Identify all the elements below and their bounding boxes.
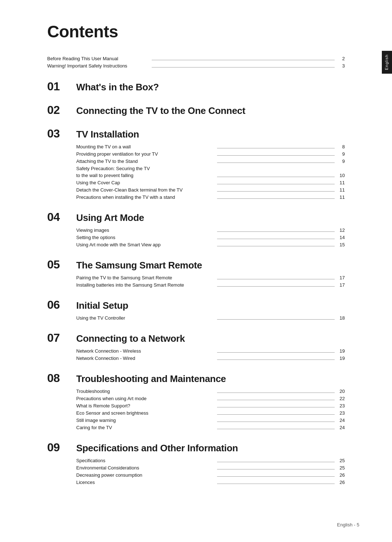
toc-label: Warning! Important Safety Instructions [47,63,149,69]
toc-dots [217,469,335,469]
section-items: Network Connection - Wireless19Network C… [76,348,345,361]
toc-page: 9 [338,151,345,157]
toc-dots [217,352,335,353]
toc-dots [217,279,335,279]
section-title: Initial Setup [76,300,128,311]
section-number: 08 [47,371,76,385]
toc-dots [217,286,335,287]
toc-page: 17 [338,275,345,280]
toc-label: Installing batteries into the Samsung Sm… [76,282,214,288]
toc-page: 11 [338,187,345,193]
toc-entry: Network Connection - Wireless19 [76,348,345,354]
toc-entry: Warning! Important Safety Instructions3 [47,63,345,69]
section-items: Troubleshooting20Precautions when using … [76,389,345,431]
toc-entry: Caring for the TV24 [76,425,345,431]
toc-entry: Environmental Considerations25 [76,465,345,471]
section-06: 06Initial SetupUsing the TV Controller18 [47,298,345,321]
section-number: 07 [47,331,76,345]
toc-dots [217,155,335,156]
toc-dots [217,246,335,246]
toc-label: Detach the Cover-Clean Back terminal fro… [76,187,214,193]
toc-page: 24 [338,425,345,430]
section-title: Specifications and Other Information [76,443,238,454]
section-title: TV Installation [76,129,139,140]
section-number: 01 [47,80,76,93]
toc-dots [217,422,335,422]
toc-dots [217,400,335,400]
section-items: Pairing the TV to the Samsung Smart Remo… [76,275,345,288]
toc-page: 9 [338,159,345,164]
toc-dots [217,393,335,393]
toc-page: 12 [338,227,345,233]
page-container: English Contents Before Reading This Use… [0,0,392,542]
toc-label: Network Connection - Wired [76,356,214,361]
section-header: 05The Samsung Smart Remote [47,258,345,271]
section-header: 09Specifications and Other Information [47,441,345,454]
toc-entry: Precautions when installing the TV with … [76,194,345,200]
toc-dots [217,476,335,477]
toc-page: 24 [338,418,345,423]
toc-entry: to the wall to prevent falling10 [76,173,345,178]
toc-entry: Mounting the TV on a wall8 [76,144,345,150]
toc-label: Environmental Considerations [76,465,214,471]
section-01: 01What's in the Box? [47,80,345,93]
section-number: 04 [47,210,76,224]
toc-entry: What is Remote Support?23 [76,403,345,409]
page-title: Contents [47,22,345,41]
section-items: Using the TV Controller18 [76,315,345,321]
toc-page: 8 [338,144,345,149]
toc-entry: Network Connection - Wired19 [76,356,345,361]
toc-entry: Licences26 [76,480,345,485]
toc-label: Specifications [76,458,214,463]
toc-entry: Using the Cover Cap11 [76,180,345,186]
toc-page: 11 [338,180,345,185]
toc-dots [217,198,335,199]
toc-dots [217,177,335,177]
section-title: The Samsung Smart Remote [76,260,202,271]
toc-page: 17 [338,282,345,288]
toc-label: to the wall to prevent falling [76,173,214,178]
section-number: 06 [47,298,76,312]
toc-page: 25 [338,465,345,471]
intro-items: Before Reading This User Manual2Warning!… [47,56,345,69]
toc-page: 2 [338,56,345,61]
section-header: 03TV Installation [47,127,345,140]
toc-page: 11 [338,194,345,200]
section-title: Using Art Mode [76,212,144,223]
toc-dots [217,231,335,232]
toc-page: 26 [338,480,345,485]
toc-dots [217,360,335,360]
content-area: Contents Before Reading This User Manual… [0,0,377,525]
toc-dots [217,184,335,184]
toc-label: Using the Cover Cap [76,180,214,185]
toc-dots [217,191,335,192]
toc-page: 23 [338,410,345,416]
toc-label: Troubleshooting [76,389,214,394]
toc-label: Precautions when installing the TV with … [76,194,214,200]
toc-page: 3 [338,63,345,69]
toc-dots [217,414,335,415]
toc-label: Caring for the TV [76,425,214,430]
toc-label: Mounting the TV on a wall [76,144,214,149]
section-header: 07Connecting to a Network [47,331,345,345]
section-04: 04Using Art ModeViewing images12Setting … [47,210,345,248]
side-tab: English [382,51,392,74]
sections-container: 01What's in the Box?02Connecting the TV … [47,80,345,485]
toc-page: 25 [338,458,345,463]
toc-entry: Detach the Cover-Clean Back terminal fro… [76,187,345,193]
toc-label: Decreasing power consumption [76,472,214,478]
toc-label: Precautions when using Art mode [76,396,214,401]
toc-label: Providing proper ventilation for your TV [76,151,214,157]
toc-label: Viewing images [76,227,214,233]
section-header: 04Using Art Mode [47,210,345,224]
toc-page: 10 [338,173,345,178]
toc-entry: Before Reading This User Manual2 [47,56,345,62]
toc-label: Eco Sensor and screen brightness [76,410,214,416]
toc-entry: Still image warning24 [76,418,345,423]
toc-entry: Eco Sensor and screen brightness23 [76,410,345,416]
toc-dots [217,148,335,148]
toc-entry: Specifications25 [76,458,345,464]
toc-entry: Pairing the TV to the Samsung Smart Remo… [76,275,345,281]
toc-entry: Precautions when using Art mode22 [76,396,345,402]
toc-page: 26 [338,472,345,478]
